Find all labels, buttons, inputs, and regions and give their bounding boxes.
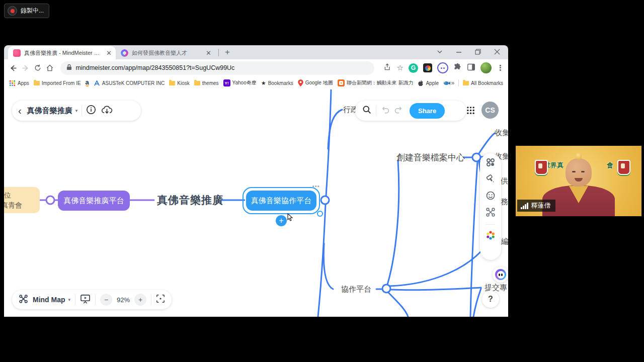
node-edit[interactable]: 編 xyxy=(501,237,508,246)
ai-assistant-button[interactable] xyxy=(493,266,508,283)
back-icon[interactable] xyxy=(8,62,18,74)
back-to-maps-icon[interactable]: ‹ xyxy=(18,106,22,116)
user-avatar[interactable]: CS xyxy=(481,102,499,119)
zoom-out-button[interactable]: − xyxy=(100,294,112,306)
format-painter-icon[interactable] xyxy=(486,174,496,186)
color-extension-icon[interactable] xyxy=(423,63,432,72)
bookmark-kiosk[interactable]: Kiosk xyxy=(169,80,189,86)
view-mode-caret-icon[interactable]: ▾ xyxy=(68,297,71,302)
cloud-download-icon[interactable] xyxy=(101,105,113,117)
map-title[interactable]: 真佛音樂推廣 xyxy=(27,106,72,116)
tab-chat[interactable]: 如何發掘佛教音樂人才 ✕ xyxy=(116,46,215,59)
new-tab-button[interactable]: + xyxy=(222,47,233,57)
node-collab-platform[interactable]: 協作平台 xyxy=(341,285,371,294)
bookmark-star-icon[interactable]: ☆ xyxy=(397,63,404,72)
bookmark-apple[interactable]: Apple xyxy=(418,80,439,86)
signal-bars-icon xyxy=(521,203,528,209)
extensions-puzzle-icon[interactable] xyxy=(453,63,462,73)
udn-icon xyxy=(338,79,345,86)
divider xyxy=(75,295,75,305)
node-service[interactable]: 務 xyxy=(501,197,508,207)
divider xyxy=(151,295,151,305)
bookmarks-overflow-chevrons[interactable]: » xyxy=(451,79,454,86)
home-icon[interactable] xyxy=(45,62,55,74)
node-more-icon[interactable]: ⋯ xyxy=(312,182,320,191)
reload-icon[interactable] xyxy=(33,62,43,74)
emblem-left xyxy=(535,160,548,175)
mindmeister-favicon xyxy=(13,49,21,57)
profile-avatar[interactable] xyxy=(480,62,492,73)
zoom-level[interactable]: 92% xyxy=(117,296,130,304)
browser-toolbar: mindmeister.com/app/map/2843550851?t=Sug… xyxy=(4,59,508,76)
center-map-icon[interactable] xyxy=(156,294,165,305)
node-collect-1[interactable]: 收集 xyxy=(495,128,508,138)
footer-toolbar: Mind Map ▾ − 92% + xyxy=(12,290,172,309)
document-header-pill: ‹ 真佛音樂推廣 ▾ xyxy=(12,101,141,121)
question-mark-icon: ? xyxy=(488,295,493,304)
divider xyxy=(376,106,376,116)
address-bar[interactable]: mindmeister.com/app/map/2843550851?t=Sug… xyxy=(60,61,374,75)
node-root[interactable]: 真佛音樂推廣 xyxy=(157,193,223,207)
grammarly-extension-icon[interactable]: G xyxy=(409,63,418,73)
share-button[interactable]: Share xyxy=(410,103,445,119)
info-icon[interactable] xyxy=(86,105,96,117)
node-collab-platform-selected[interactable]: 真佛音樂協作平台 xyxy=(246,191,316,211)
search-icon[interactable] xyxy=(362,105,372,117)
emoji-icon[interactable] xyxy=(486,191,496,203)
layout-style-icon[interactable] xyxy=(486,157,496,169)
bookmark-asus[interactable]: ASUSTeK COMPUTER INC xyxy=(94,80,165,86)
restore-icon[interactable] xyxy=(475,48,481,57)
tab-strip: 真佛音樂推廣 - MindMeister Mind Map ✕ 如何發掘佛教音樂… xyxy=(4,45,508,59)
amazon-icon: a xyxy=(86,79,89,86)
chrome-menu-icon[interactable]: ⋮ xyxy=(497,63,504,72)
bookmark-google-maps[interactable]: Google 地圖 xyxy=(298,79,333,86)
redo-icon[interactable] xyxy=(394,105,404,117)
apps-grid-icon[interactable] xyxy=(466,106,475,115)
node-archive-center[interactable]: 創建音樂檔案中心 xyxy=(396,152,465,163)
view-mode-label[interactable]: Mind Map xyxy=(33,296,65,304)
title-caret-icon[interactable]: ▾ xyxy=(75,108,78,113)
star-icon: ★ xyxy=(261,80,266,86)
meister-flower-icon[interactable] xyxy=(485,230,496,243)
mindmap-canvas[interactable]: 單位 +真青會 真佛音樂推廣平台 真佛音樂推廣 真佛音樂協作平台 ⋯ + 行政 … xyxy=(4,89,508,317)
close-tab-icon[interactable]: ✕ xyxy=(106,50,112,56)
presentation-icon[interactable] xyxy=(80,294,91,306)
browser-window: 真佛音樂推廣 - MindMeister Mind Map ✕ 如何發掘佛教音樂… xyxy=(4,45,508,317)
add-child-node-button[interactable]: + xyxy=(276,215,287,226)
zoom-in-button[interactable]: + xyxy=(134,294,146,306)
node-promo-platform[interactable]: 真佛音樂推廣平台 xyxy=(58,191,130,211)
participant-name-tag: 釋蓮僧 xyxy=(517,200,555,212)
connections-icon[interactable] xyxy=(486,207,496,219)
face-extension-icon[interactable] xyxy=(437,62,448,73)
participant-name: 釋蓮僧 xyxy=(531,201,551,210)
undo-icon[interactable] xyxy=(380,105,390,117)
recording-badge[interactable]: 錄製中... xyxy=(4,4,49,18)
bookmark-bookmarks[interactable]: ★ Bookmarks xyxy=(261,80,293,86)
divider xyxy=(486,224,495,225)
close-window-icon[interactable] xyxy=(494,48,500,57)
help-button[interactable]: ? xyxy=(482,291,499,308)
node-provide[interactable]: 供 xyxy=(501,176,508,186)
bookmark-yahoo[interactable]: Y! Yahoo奇摩 xyxy=(223,79,257,86)
bookmark-aquarium[interactable]: Aquarium Supplies & Accessorie... xyxy=(443,80,451,86)
fish-icon xyxy=(443,80,450,86)
tab-mindmeister[interactable]: 真佛音樂推廣 - MindMeister Mind Map ✕ xyxy=(8,46,116,59)
mindmap-mode-icon[interactable] xyxy=(19,294,28,306)
apple-icon xyxy=(418,80,424,86)
bookmark-imported-ie[interactable]: Imported From IE xyxy=(34,80,81,86)
divider xyxy=(458,79,459,86)
all-bookmarks[interactable]: All Bookmarks xyxy=(463,80,503,86)
node-unit[interactable]: 單位 +真青會 xyxy=(4,187,40,213)
tab-search-icon[interactable] xyxy=(437,48,443,57)
bookmark-udn[interactable]: 聯合新聞網：觸動未來 新識力 xyxy=(338,79,414,86)
bookmark-apps[interactable]: Apps xyxy=(9,80,29,86)
bookmark-amazon[interactable]: a xyxy=(86,79,89,86)
bookmark-themes[interactable]: themes xyxy=(194,80,219,86)
folder-icon xyxy=(34,81,40,85)
share-page-icon[interactable] xyxy=(383,63,392,73)
side-panel-icon[interactable] xyxy=(467,63,475,73)
right-tool-panel xyxy=(480,153,501,260)
minimize-icon[interactable] xyxy=(456,48,462,57)
forward-icon[interactable] xyxy=(20,62,30,74)
close-tab-icon[interactable]: ✕ xyxy=(206,50,211,56)
